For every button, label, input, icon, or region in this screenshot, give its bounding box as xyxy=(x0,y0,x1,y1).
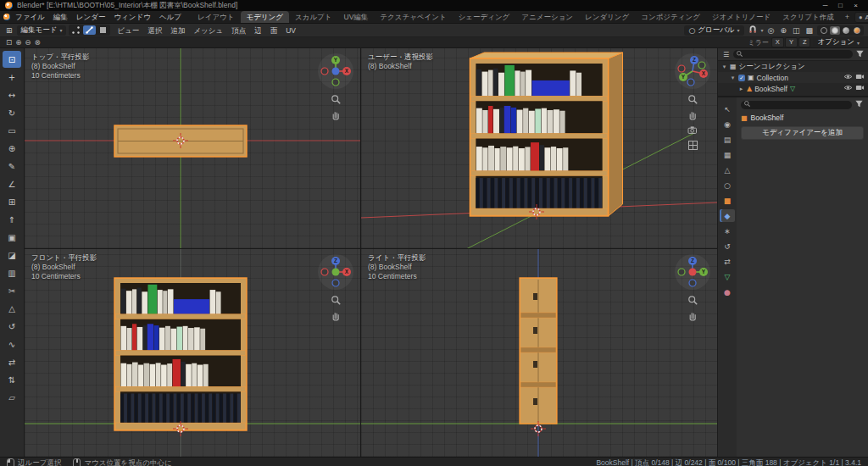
hand-icon[interactable] xyxy=(330,108,342,121)
tab-object-data[interactable]: ▽ xyxy=(720,270,735,283)
mirror-y-toggle[interactable]: Y xyxy=(785,37,798,47)
workspace-tab[interactable]: アニメーション xyxy=(515,11,579,23)
properties-search-input[interactable] xyxy=(741,101,852,109)
transform-tool[interactable]: ⊕ xyxy=(3,140,21,157)
menu-編集[interactable]: 編集 xyxy=(49,11,72,23)
menu-ファイル[interactable]: ファイル xyxy=(11,11,49,23)
navigation-gizmo[interactable]: ZX xyxy=(316,252,355,291)
menu-レンダー[interactable]: レンダー xyxy=(72,11,110,23)
tab-object[interactable]: ■ xyxy=(720,194,735,207)
smooth-tool[interactable]: ∿ xyxy=(3,336,21,352)
rendered-shading-button[interactable] xyxy=(852,26,862,35)
tab-constraints[interactable]: ⇄ xyxy=(720,255,735,268)
tab-scene[interactable]: △ xyxy=(720,164,735,176)
tab-material[interactable]: ● xyxy=(720,286,735,298)
loop-cut-tool[interactable]: ▥ xyxy=(3,264,21,281)
outliner-row-scene-collection[interactable]: ▾ ▦ シーンコレクション xyxy=(718,61,868,72)
rotate-tool[interactable]: ↻ xyxy=(3,104,21,121)
hide-eye-icon[interactable] xyxy=(843,72,853,83)
viewport-menu-頂点[interactable]: 頂点 xyxy=(227,25,250,36)
select-op-icon[interactable]: ⊗ xyxy=(32,38,42,47)
poly-build-tool[interactable]: △ xyxy=(3,300,21,317)
vertex-select-button[interactable] xyxy=(70,25,82,35)
navigation-gizmo[interactable]: YX xyxy=(316,52,355,91)
outliner-search-input[interactable] xyxy=(733,50,853,58)
filter-icon[interactable] xyxy=(855,49,865,60)
tab-physics[interactable]: ↺ xyxy=(720,240,735,252)
collection-checkbox[interactable]: ✓ xyxy=(738,75,745,81)
menu-ウィンドウ[interactable]: ウィンドウ xyxy=(109,11,155,23)
viewport-menu-UV[interactable]: UV xyxy=(281,25,300,36)
shear-tool[interactable]: ▱ xyxy=(3,389,21,406)
filter-icon[interactable] xyxy=(854,99,864,110)
select-box-tool[interactable]: ⊡ xyxy=(3,51,21,68)
wireframe-shading-button[interactable] xyxy=(819,26,829,35)
workspace-tab[interactable]: コンポジティング xyxy=(635,11,706,23)
viewport-top[interactable]: トップ・平行投影 (8) BookShelf 10 Centimeters YX xyxy=(25,48,360,248)
workspace-tab[interactable]: スカルプト xyxy=(289,11,338,23)
workspace-tab[interactable]: UV編集 xyxy=(338,11,375,23)
viewport-right[interactable]: ライト・平行投影 (8) BookShelf 10 Centimeters ZY xyxy=(361,249,717,457)
workspace-tab[interactable]: シェーディング xyxy=(453,11,516,23)
workspace-tab[interactable]: レイアウト xyxy=(192,11,241,23)
expand-icon[interactable]: ▾ xyxy=(721,64,727,70)
viewport-user-perspective[interactable]: ユーザー・透視投影 (8) BookShelf ZXY xyxy=(361,48,717,248)
mirror-z-toggle[interactable]: Z xyxy=(798,37,811,47)
extrude-region-tool[interactable]: ⇑ xyxy=(3,211,21,228)
hand-icon[interactable] xyxy=(687,108,699,121)
camera-icon[interactable] xyxy=(687,124,699,136)
viewport-menu-追加[interactable]: 追加 xyxy=(166,25,189,36)
bevel-tool[interactable]: ◪ xyxy=(3,247,21,264)
knife-tool[interactable]: ✂ xyxy=(3,282,21,299)
workspace-tab[interactable]: モデリング xyxy=(241,11,290,23)
render-visibility-icon[interactable] xyxy=(855,72,865,83)
scale-tool[interactable]: ▭ xyxy=(3,122,21,139)
annotate-tool[interactable]: ✎ xyxy=(3,158,21,175)
viewport-menu-選択[interactable]: 選択 xyxy=(143,25,166,36)
blender-menu-icon[interactable] xyxy=(3,14,10,20)
transform-orientation-dropdown[interactable]: ○ グローバル▾ xyxy=(684,25,743,36)
workspace-tab[interactable]: ジオメトリノード xyxy=(706,11,776,23)
zoom-icon[interactable] xyxy=(687,93,699,106)
xray-icon[interactable]: ▩ xyxy=(804,26,815,35)
tab-tool[interactable]: ↖ xyxy=(720,103,735,115)
gizmos-icon[interactable]: ⊕ xyxy=(778,26,788,35)
overlays-icon[interactable]: ◫ xyxy=(791,26,802,35)
snap-caret-icon[interactable]: ▾ xyxy=(761,27,764,33)
spin-tool[interactable]: ↺ xyxy=(3,318,21,335)
face-select-button[interactable] xyxy=(97,25,109,35)
zoom-icon[interactable] xyxy=(330,294,342,307)
select-op-icon[interactable]: ⊖ xyxy=(23,38,32,47)
zoom-icon[interactable] xyxy=(687,294,699,307)
viewport-menu-メッシュ[interactable]: メッシュ xyxy=(189,25,227,36)
options-dropdown[interactable]: オプション▾ xyxy=(813,38,864,47)
measure-tool[interactable]: ∠ xyxy=(3,175,21,192)
tab-modifiers[interactable]: ◆ xyxy=(720,209,735,222)
viewport-right-canvas[interactable] xyxy=(361,249,717,457)
select-op-icon[interactable]: ⊡ xyxy=(4,38,14,47)
hand-icon[interactable] xyxy=(330,309,342,322)
hide-eye-icon[interactable] xyxy=(843,83,853,94)
inset-faces-tool[interactable]: ▣ xyxy=(3,229,21,246)
edge-slide-tool[interactable]: ⇄ xyxy=(3,353,21,370)
breadcrumb-object-name[interactable]: BookShelf xyxy=(751,114,784,122)
workspace-tab[interactable]: テクスチャペイント xyxy=(374,11,452,23)
add-workspace-button[interactable]: + xyxy=(841,13,854,21)
tab-output[interactable]: ▤ xyxy=(720,133,735,146)
grid-icon[interactable] xyxy=(687,139,699,152)
edge-select-button[interactable] xyxy=(83,25,96,35)
navigation-gizmo[interactable]: ZY xyxy=(673,252,712,291)
viewport-top-canvas[interactable] xyxy=(25,48,360,248)
menu-ヘルプ[interactable]: ヘルプ xyxy=(155,11,186,23)
outliner-row-collection[interactable]: ▾ ✓ ▣ Collection xyxy=(718,72,868,83)
minimize-button[interactable]: ─ xyxy=(818,1,832,10)
viewport-user-canvas[interactable] xyxy=(361,48,717,248)
render-visibility-icon[interactable] xyxy=(855,83,865,94)
viewport-front-canvas[interactable] xyxy=(25,249,360,457)
viewport-menu-辺[interactable]: 辺 xyxy=(250,25,266,36)
workspace-tab[interactable]: レンダリング xyxy=(579,11,635,23)
add-cube-tool[interactable]: ⊞ xyxy=(3,193,21,210)
outliner-row-bookshelf[interactable]: ▸ ▲ BookShelf ▽ xyxy=(718,83,868,94)
editor-type-icon[interactable]: ⊞ xyxy=(4,26,14,35)
solid-shading-button[interactable] xyxy=(830,26,840,35)
